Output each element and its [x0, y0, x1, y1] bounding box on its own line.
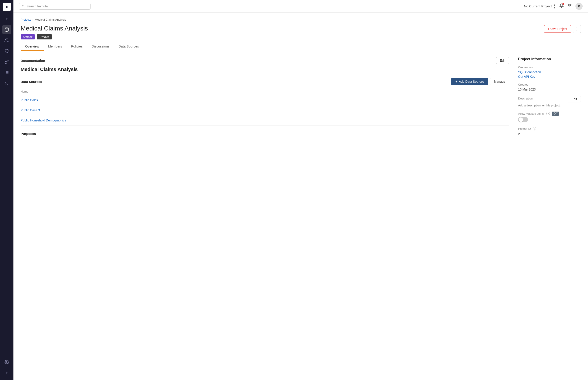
table-row: Public Case 3 — [21, 105, 509, 115]
datasource-link-2[interactable]: Public Case 3 — [21, 108, 40, 112]
plus-icon: + — [455, 79, 457, 84]
two-column-layout: Documentation Edit Medical Claims Analys… — [21, 57, 581, 141]
description-value: Add a description for this project. — [518, 104, 581, 107]
tab-data-sources[interactable]: Data Sources — [114, 42, 143, 51]
project-id-value: 2 — [518, 132, 520, 136]
tab-policies[interactable]: Policies — [67, 42, 87, 51]
badges: Owner Private — [21, 34, 88, 39]
terminal-nav-icon[interactable] — [2, 79, 11, 88]
people-nav-icon[interactable] — [2, 36, 11, 45]
page-header: Medical Claims Analysis Owner Private Le… — [21, 25, 581, 39]
search-box[interactable] — [19, 3, 91, 10]
list-nav-icon[interactable] — [2, 68, 11, 77]
more-options-button[interactable]: ⋮ — [573, 25, 581, 33]
main-wrapper: No Current Project ▲▼ K Projects — [13, 0, 588, 380]
table-row: Public Household Demographics — [21, 115, 509, 125]
project-id-label: Project ID — [518, 127, 531, 130]
svg-point-10 — [6, 362, 7, 363]
tabs: Overview Members Policies Discussions Da… — [21, 42, 581, 51]
created-label: Created — [518, 83, 581, 86]
add-data-sources-button[interactable]: + Add Data Sources — [451, 78, 488, 85]
header-actions: Leave Project ⋮ — [544, 25, 581, 33]
avatar[interactable]: K — [575, 3, 583, 10]
copy-project-id-button[interactable] — [522, 132, 525, 136]
page-header-left: Medical Claims Analysis Owner Private — [21, 25, 88, 39]
doc-title: Medical Claims Analysis — [21, 67, 509, 72]
private-badge: Private — [37, 34, 52, 39]
topbar: No Current Project ▲▼ K — [13, 0, 588, 13]
shield-nav-icon[interactable] — [2, 47, 11, 56]
svg-point-0 — [5, 28, 9, 29]
datasource-link-1[interactable]: Public Calcs — [21, 98, 38, 102]
add-bottom-icon[interactable]: + — [2, 368, 11, 377]
breadcrumb-separator: › — [33, 18, 33, 21]
documentation-title: Documentation — [21, 59, 45, 62]
data-sources-actions: + Add Data Sources Manage — [451, 78, 509, 85]
owner-badge: Owner — [21, 34, 35, 39]
svg-rect-14 — [523, 133, 525, 135]
content-area: Projects › Medical Claims Analysis Medic… — [13, 13, 588, 380]
key-nav-icon[interactable] — [2, 57, 11, 66]
sql-connection-link[interactable]: SQL Connection — [518, 70, 581, 74]
tab-discussions[interactable]: Discussions — [87, 42, 114, 51]
leave-project-button[interactable]: Leave Project — [544, 25, 571, 33]
wifi-icon[interactable] — [567, 3, 572, 9]
purposes-title: Purposes — [21, 132, 509, 135]
svg-line-12 — [24, 7, 24, 7]
credentials-section: Credentials SQL Connection Get API Key — [518, 66, 581, 78]
project-selector-label: No Current Project — [524, 4, 552, 8]
search-icon — [22, 5, 25, 8]
notification-icon[interactable] — [559, 3, 564, 9]
documentation-edit-button[interactable]: Edit — [496, 57, 509, 64]
left-sidebar: ■ + + — [0, 0, 13, 380]
tab-overview[interactable]: Overview — [21, 42, 44, 51]
created-section: Created 16 Mar 2023 — [518, 83, 581, 91]
svg-point-11 — [22, 5, 24, 7]
svg-point-2 — [5, 61, 7, 63]
description-edit-button[interactable]: Edit — [568, 96, 581, 102]
get-api-key-link[interactable]: Get API Key — [518, 75, 581, 78]
svg-point-1 — [5, 39, 7, 40]
page-title: Medical Claims Analysis — [21, 25, 88, 32]
table-header-name: Name — [21, 88, 509, 95]
datasource-link-3[interactable]: Public Household Demographics — [21, 118, 66, 122]
notification-dot — [562, 3, 564, 5]
data-sources-title: Data Sources — [21, 80, 42, 84]
manage-button[interactable]: Manage — [490, 78, 509, 85]
add-nav-icon[interactable]: + — [2, 14, 11, 23]
project-selector[interactable]: No Current Project ▲▼ — [524, 4, 556, 9]
settings-nav-icon[interactable] — [2, 358, 11, 367]
documentation-header: Documentation Edit — [21, 57, 509, 64]
tab-members[interactable]: Members — [44, 42, 67, 51]
main-column: Documentation Edit Medical Claims Analys… — [21, 57, 509, 141]
project-id-help-icon: ? — [533, 127, 536, 130]
project-info-title: Project Information — [518, 57, 581, 61]
masked-joins-section: Allow Masked Joins ? Off — [518, 112, 581, 122]
breadcrumb: Projects › Medical Claims Analysis — [21, 18, 581, 21]
masked-joins-badge: Off — [552, 112, 559, 116]
masked-joins-toggle[interactable] — [518, 117, 528, 122]
project-info-sidebar: Project Information Credentials SQL Conn… — [518, 57, 581, 141]
topbar-right: No Current Project ▲▼ K — [524, 3, 583, 10]
database-nav-icon[interactable] — [2, 25, 11, 34]
breadcrumb-current: Medical Claims Analysis — [35, 18, 66, 21]
masked-joins-label: Allow Masked Joins — [518, 112, 544, 115]
description-section: Description Edit Add a description for t… — [518, 96, 581, 107]
credentials-label: Credentials — [518, 66, 581, 69]
app-logo: ■ — [3, 3, 11, 11]
project-id-section: Project ID ? 2 — [518, 127, 581, 136]
data-sources-header: Data Sources + Add Data Sources Manage — [21, 78, 509, 85]
breadcrumb-projects-link[interactable]: Projects — [21, 18, 31, 21]
help-icon: ? — [546, 112, 550, 115]
chevrons-icon: ▲▼ — [553, 4, 556, 9]
data-sources-table: Name Public Calcs Public Case 3 Public H… — [21, 88, 509, 125]
table-row: Public Calcs — [21, 95, 509, 105]
created-date: 16 Mar 2023 — [518, 88, 581, 91]
search-input[interactable] — [26, 4, 88, 8]
description-label: Description — [518, 97, 533, 100]
